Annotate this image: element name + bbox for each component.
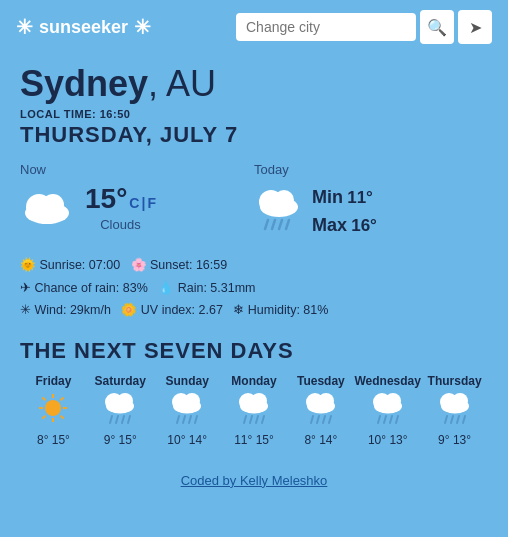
day-name: Saturday (87, 374, 154, 388)
day-item: Tuesday 8° 14° (287, 374, 354, 447)
sunrise-label: Sunrise: (39, 258, 85, 272)
day-weather-icon (87, 392, 154, 431)
day-name: Sunday (154, 374, 221, 388)
svg-line-8 (279, 220, 282, 229)
max-temp: 16° (351, 216, 377, 235)
day-weather-icon (154, 392, 221, 431)
svg-line-37 (250, 416, 252, 423)
day-item: Monday 11° 15° (221, 374, 288, 447)
svg-point-35 (251, 393, 267, 409)
search-icon: 🔍 (427, 18, 447, 37)
rain-chance-icon: ✈ (20, 281, 31, 295)
country-label: , AU (148, 63, 216, 104)
unit-separator: | (141, 195, 145, 211)
svg-line-51 (384, 416, 386, 423)
rain-icon-today (254, 187, 304, 235)
svg-line-32 (195, 416, 197, 423)
days-grid: Friday 8° 15°Saturday (20, 374, 488, 447)
stats-row-3: ✳ Wind: 29km/h 🌼 UV index: 2.67 ❄ Humidi… (20, 299, 488, 322)
wind-icon: ✳ (20, 303, 31, 317)
day-item: Thursday 9° 13° (421, 374, 488, 447)
day-name: Friday (20, 374, 87, 388)
logo-icon-left: ✳ (16, 15, 33, 39)
svg-line-31 (189, 416, 191, 423)
location-icon: ➤ (469, 18, 482, 37)
day-weather-icon (354, 392, 421, 431)
day-temps: 8° 15° (20, 433, 87, 447)
today-block: Min 11° Max 16° (254, 183, 377, 241)
svg-line-36 (244, 416, 246, 423)
day-item: Wednesday 10° 13° (354, 374, 421, 447)
wind-speed: 29km/h (70, 303, 111, 317)
rain-icon: 💧 (158, 281, 174, 295)
svg-point-49 (385, 393, 401, 409)
uv-label: UV index: (141, 303, 195, 317)
humidity-label: Humidity: (248, 303, 300, 317)
location-button[interactable]: ➤ (458, 10, 492, 44)
svg-line-18 (43, 415, 46, 418)
day-name: Monday (221, 374, 288, 388)
day-temps: 10° 14° (154, 433, 221, 447)
sunset-time: 16:59 (196, 258, 227, 272)
day-weather-icon (20, 392, 87, 431)
sunrise-icon: 🌞 (20, 258, 36, 272)
minmax-block: Min 11° Max 16° (312, 183, 377, 241)
day-weather-icon (221, 392, 288, 431)
svg-line-45 (323, 416, 325, 423)
now-inner: 15° C | F Clouds (20, 183, 254, 232)
max-label: Max (312, 215, 347, 235)
day-weather-icon (421, 392, 488, 431)
day-name: Wednesday (354, 374, 421, 388)
footer-link[interactable]: Coded by Kelly Meleshko (181, 473, 328, 488)
day-item: Sunday 10° 14° (154, 374, 221, 447)
day-temps: 11° 15° (221, 433, 288, 447)
rain-amount: 5.31mm (210, 281, 255, 295)
sunrise-time: 07:00 (89, 258, 120, 272)
svg-line-25 (128, 416, 130, 423)
day-item: Friday 8° 15° (20, 374, 87, 447)
svg-line-59 (457, 416, 459, 423)
unit-f: F (147, 195, 156, 211)
cloud-icon (20, 185, 75, 229)
search-input[interactable] (236, 13, 416, 41)
rain-chance-value: 83% (123, 281, 148, 295)
svg-point-21 (117, 393, 133, 409)
today-label: Today (254, 162, 377, 177)
local-time: LOCAL TIME: 16:50 (20, 108, 488, 120)
svg-line-39 (262, 416, 264, 423)
rain-label: Rain: (178, 281, 207, 295)
svg-line-30 (183, 416, 185, 423)
stats-row-1: 🌞 Sunrise: 07:00 🌸 Sunset: 16:59 (20, 254, 488, 277)
svg-line-24 (122, 416, 124, 423)
city-label: Sydney (20, 63, 148, 104)
stats-row-2: ✈ Chance of rain: 83% 💧 Rain: 5.31mm (20, 277, 488, 300)
svg-line-17 (61, 397, 64, 400)
day-name: Tuesday (287, 374, 354, 388)
min-temp: 11° (347, 188, 373, 207)
svg-line-7 (272, 220, 275, 229)
current-temp: 15° (85, 183, 127, 215)
logo-icon-right: ✳ (134, 15, 151, 39)
svg-point-5 (274, 190, 294, 210)
wind-label: Wind: (34, 303, 66, 317)
day-name: Thursday (421, 374, 488, 388)
now-label: Now (20, 162, 254, 177)
svg-line-6 (265, 220, 268, 229)
svg-line-23 (116, 416, 118, 423)
day-temps: 9° 15° (87, 433, 154, 447)
search-bar: 🔍 ➤ (236, 10, 492, 44)
svg-line-53 (396, 416, 398, 423)
header: ✳ sunseeker ✳ 🔍 ➤ (0, 0, 508, 54)
city-name: Sydney, AU (20, 64, 488, 104)
svg-line-58 (451, 416, 453, 423)
uv-value: 2.67 (199, 303, 223, 317)
seven-days-title: THE NEXT SEVEN DAYS (20, 338, 488, 364)
svg-point-10 (45, 400, 61, 416)
logo: ✳ sunseeker ✳ (16, 15, 151, 39)
svg-point-28 (184, 393, 200, 409)
search-button[interactable]: 🔍 (420, 10, 454, 44)
weather-row: Now 15° C | F (20, 162, 488, 241)
svg-line-52 (390, 416, 392, 423)
humidity-icon: ❄ (233, 303, 244, 317)
temp-block: 15° C | F Clouds (85, 183, 156, 232)
